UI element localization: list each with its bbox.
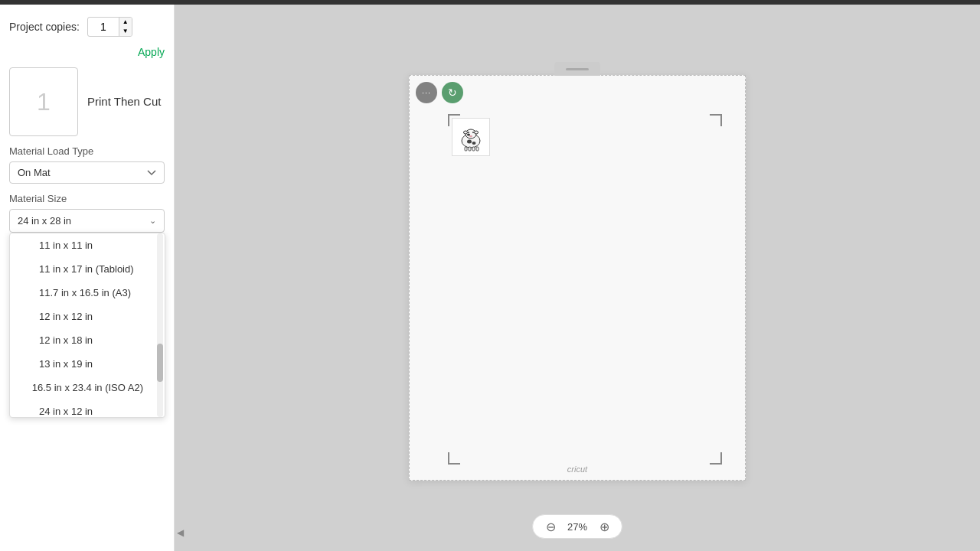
- size-option-11x11[interactable]: 11 in x 11 in: [10, 233, 165, 257]
- step-card: 1 Print Then Cut: [9, 67, 165, 136]
- size-option-24x12[interactable]: 24 in x 12 in: [10, 399, 165, 417]
- main-content: Project copies: 1 ▲ ▼ Apply 1 Print Then…: [0, 5, 980, 551]
- material-load-type-select[interactable]: On Mat Without Mat: [9, 161, 165, 184]
- apply-button[interactable]: Apply: [138, 46, 165, 58]
- svg-rect-11: [469, 147, 471, 151]
- zoom-out-icon: ⊖: [546, 520, 556, 534]
- svg-point-3: [472, 142, 476, 145]
- copies-up-button[interactable]: ▲: [119, 18, 132, 27]
- chevron-down-icon: ⌄: [149, 216, 156, 226]
- svg-point-5: [464, 131, 468, 134]
- svg-point-6: [475, 131, 479, 134]
- zoom-level: 27%: [564, 521, 591, 533]
- svg-point-7: [468, 132, 469, 133]
- scroll-left-arrow[interactable]: ◀: [175, 525, 185, 540]
- dropdown-scrollbar-track: [157, 233, 163, 417]
- copies-input[interactable]: 1: [88, 19, 119, 34]
- svg-rect-13: [476, 147, 479, 151]
- mat-refresh-button[interactable]: ↻: [442, 82, 463, 103]
- copies-spinners: ▲ ▼: [119, 18, 132, 36]
- scroll-left-icon: ◀: [177, 527, 184, 538]
- zoom-out-button[interactable]: ⊖: [542, 518, 559, 535]
- step-label: Print Then Cut: [87, 94, 161, 109]
- svg-point-2: [467, 140, 472, 144]
- mat-container: ··· ↻: [409, 75, 746, 481]
- size-option-11x17[interactable]: 11 in x 17 in (Tabloid): [10, 257, 165, 281]
- zoom-in-icon: ⊕: [599, 520, 609, 534]
- copies-input-wrapper: 1 ▲ ▼: [87, 17, 132, 37]
- cow-svg: [456, 122, 486, 152]
- size-option-11.7x16.5[interactable]: 11.7 in x 16.5 in (A3): [10, 281, 165, 305]
- material-size-section: Material Size 24 in x 28 in ⌄ 11 in x 11…: [9, 193, 165, 233]
- corner-br: [710, 452, 722, 465]
- corner-bl: [448, 452, 460, 465]
- project-copies-row: Project copies: 1 ▲ ▼: [9, 17, 165, 37]
- zoom-controls: ⊖ 27% ⊕: [532, 514, 622, 539]
- apply-row: Apply: [9, 46, 165, 58]
- refresh-icon: ↻: [448, 86, 457, 99]
- svg-point-8: [472, 132, 474, 133]
- mat-more-button[interactable]: ···: [416, 82, 437, 103]
- dropdown-scrollbar-thumb[interactable]: [157, 344, 163, 382]
- svg-rect-10: [465, 147, 467, 151]
- zoom-in-button[interactable]: ⊕: [596, 518, 612, 535]
- mat-top-handle: [554, 62, 600, 76]
- step-thumbnail: 1: [9, 67, 78, 136]
- corner-tr: [710, 114, 722, 126]
- more-icon: ···: [422, 88, 431, 97]
- material-size-dropdown: 11 in x 11 in 11 in x 17 in (Tabloid) 11…: [9, 233, 165, 418]
- material-load-type-label: Material Load Type: [9, 145, 165, 157]
- step-number: 1: [37, 88, 51, 116]
- cricut-watermark: cricut: [567, 465, 587, 474]
- material-load-type-section: Material Load Type On Mat Without Mat: [9, 145, 165, 184]
- size-option-12x18[interactable]: 12 in x 18 in: [10, 328, 165, 352]
- material-size-button[interactable]: 24 in x 28 in ⌄: [9, 209, 165, 233]
- svg-point-9: [469, 135, 472, 137]
- corner-tl: [448, 114, 460, 126]
- svg-point-4: [467, 134, 470, 136]
- material-size-value: 24 in x 28 in: [18, 215, 71, 227]
- size-option-12x12[interactable]: 12 in x 12 in: [10, 305, 165, 328]
- svg-rect-12: [472, 147, 475, 151]
- left-panel: Project copies: 1 ▲ ▼ Apply 1 Print Then…: [0, 5, 175, 551]
- mat-controls: ··· ↻: [416, 82, 463, 103]
- project-copies-label: Project copies:: [9, 21, 80, 33]
- material-size-label: Material Size: [9, 193, 165, 204]
- size-option-13x19[interactable]: 13 in x 19 in: [10, 352, 165, 376]
- size-option-16.5x23.4[interactable]: 16.5 in x 23.4 in (ISO A2): [10, 376, 165, 399]
- dropdown-scroll[interactable]: 11 in x 11 in 11 in x 17 in (Tabloid) 11…: [10, 233, 165, 417]
- canvas-area: ··· ↻: [175, 5, 980, 551]
- copies-down-button[interactable]: ▼: [119, 27, 132, 36]
